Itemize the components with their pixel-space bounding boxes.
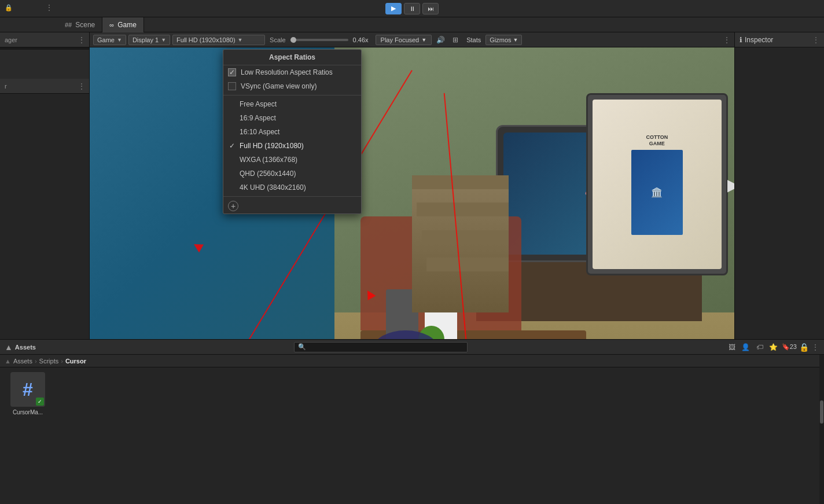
dropdown-item-169[interactable]: 16:9 Aspect [223, 111, 361, 125]
scale-value: 0.46x [353, 36, 373, 43]
bottom-toolbar-icons: 🖼 👤 🏷 ⭐ 🔖23 🔒 ⋮ [726, 341, 819, 353]
assets-content: # ✓ CursorMa... [0, 367, 824, 420]
search-area: 🔍 [36, 342, 726, 352]
vsync-label: VSync (Game view only) [241, 82, 317, 90]
tab-scene[interactable]: ## Scene [58, 17, 102, 32]
breadcrumb-sep-1: › [35, 358, 37, 365]
breadcrumb-root[interactable]: Assets [13, 358, 32, 365]
1610-aspect-label: 16:10 Aspect [240, 128, 279, 136]
game-dropdown-arrow: ▼ [117, 37, 122, 43]
tag-icon[interactable]: 🏷 [754, 341, 766, 353]
bottom-scrollbar[interactable] [819, 355, 824, 504]
scale-label: Scale [270, 36, 286, 43]
sidebar-header-1: ager ⋮ [0, 32, 89, 47]
dropdown-item-qhd[interactable]: QHD (2560x1440) [223, 167, 361, 181]
low-res-checkbox: ✓ [228, 68, 236, 76]
tab-scene-label: Scene [75, 21, 95, 29]
dropdown-item-wxga[interactable]: WXGA (1366x768) [223, 153, 361, 167]
gizmos-label: Gizmos [490, 36, 511, 43]
dropdown-item-vsync[interactable]: VSync (Game view only) [223, 79, 361, 93]
scrollbar-thumb [820, 400, 823, 424]
game-icon: ∞ [109, 21, 114, 28]
inspector-title: Inspector [745, 36, 773, 44]
inspector-icon: ℹ [740, 36, 742, 44]
people-icon[interactable]: 👤 [740, 341, 752, 353]
dropdown-header: Aspect Ratios [223, 50, 361, 65]
asset-badge-icon: ✓ [38, 399, 42, 404]
asset-hash-icon: # [23, 379, 33, 400]
sidebar-menu-icon-2[interactable]: ⋮ [78, 82, 86, 91]
qhd-label: QHD (2560x1440) [240, 170, 296, 178]
resolution-dropdown-label: Full HD (1920x1080) [176, 36, 236, 43]
asset-badge: ✓ [36, 398, 44, 406]
collapse-icon[interactable]: ▲ [5, 343, 13, 352]
dropdown-add-button[interactable]: + [223, 198, 361, 214]
breadcrumb-arrow: ▲ [5, 358, 11, 365]
breadcrumb: ▲ Assets › Scripts › Cursor [0, 355, 824, 367]
game-toolbar: Game ▼ Display 1 ▼ Full HD (1920x1080) ▼… [90, 32, 734, 47]
asset-label: CursorMa... [13, 409, 43, 415]
game-dropdown-label: Game [97, 36, 115, 43]
audio-button[interactable]: 🔊 [434, 35, 447, 45]
inspector-header: ℹ Inspector ⋮ [735, 32, 824, 47]
sidebar-label-1: ager [5, 36, 17, 43]
inspector-more-icon[interactable]: ⋮ [812, 36, 819, 44]
assets-panel-label: Assets [15, 344, 36, 351]
169-aspect-label: 16:9 Aspect [240, 114, 276, 122]
stats-button[interactable]: Stats [464, 36, 483, 43]
breadcrumb-sep-2: › [61, 358, 63, 365]
panel-more-icon[interactable]: ⋮ [811, 343, 819, 352]
tab-bar: 🔒 ⋮ ## Scene ∞ Game [0, 17, 824, 32]
sidebar-label-2: r [5, 83, 7, 90]
panel-lock-icon[interactable]: 🔒 [799, 343, 809, 352]
breadcrumb-current: Cursor [65, 358, 86, 365]
dropdown-divider-1 [223, 95, 361, 95]
aspect-ratio-dropdown: Aspect Ratios ✓ Low Resolution Aspect Ra… [223, 49, 362, 214]
free-aspect-label: Free Aspect [240, 100, 277, 108]
display-dropdown[interactable]: Display 1 ▼ [128, 35, 170, 45]
step-button[interactable]: ⏭ [422, 3, 439, 14]
playback-controls: ▶ ⏸ ⏭ [385, 3, 439, 14]
badge-count: 🔖23 [782, 343, 797, 351]
asset-icon-cursor: # ✓ [10, 372, 45, 407]
dropdown-item-1610[interactable]: 16:10 Aspect [223, 125, 361, 139]
grid-button[interactable]: ⊞ [449, 35, 462, 45]
dropdown-item-free-aspect[interactable]: Free Aspect [223, 97, 361, 111]
resolution-dropdown-arrow: ▼ [238, 37, 243, 43]
asset-item-cursor[interactable]: # ✓ CursorMa... [5, 372, 51, 415]
play-focused-arrow: ▼ [421, 37, 426, 43]
sidebar-menu-icon[interactable]: ⋮ [78, 35, 86, 45]
dropdown-item-low-res[interactable]: ✓ Low Resolution Aspect Ratios [223, 65, 361, 79]
wxga-label: WXGA (1366x768) [240, 156, 297, 164]
resolution-dropdown[interactable]: Full HD (1920x1080) ▼ [172, 35, 265, 45]
sidebar-header-2: r ⋮ [0, 79, 89, 94]
fullhd-label: Full HD (1920x1080) [240, 142, 304, 150]
display-dropdown-arrow: ▼ [161, 37, 166, 43]
pause-button[interactable]: ⏸ [404, 3, 420, 14]
bottom-toolbar: ▲ Assets 🔍 🖼 👤 🏷 ⭐ 🔖23 🔒 ⋮ [0, 340, 824, 355]
play-focused-button[interactable]: Play Focused ▼ [376, 35, 432, 45]
dropdown-item-4k[interactable]: 4K UHD (3840x2160) [223, 181, 361, 194]
4k-label: 4K UHD (3840x2160) [240, 183, 306, 192]
gizmos-button[interactable]: Gizmos ▼ [485, 35, 522, 45]
scale-slider[interactable] [290, 39, 348, 41]
display-dropdown-label: Display 1 [133, 36, 159, 43]
toolbar-more-icon[interactable]: ⋮ [723, 35, 731, 45]
search-input-container[interactable]: 🔍 [294, 342, 468, 352]
star-icon[interactable]: ⭐ [768, 341, 779, 353]
tab-game[interactable]: ∞ Game [102, 17, 144, 32]
play-button[interactable]: ▶ [385, 3, 402, 14]
fullhd-check: ✓ [229, 142, 235, 150]
tab-game-label: Game [117, 21, 137, 29]
gizmos-arrow: ▼ [513, 37, 518, 43]
dropdown-item-fullhd[interactable]: ✓ Full HD (1920x1080) [223, 139, 361, 153]
dropdown-divider-2 [223, 196, 361, 197]
bottom-panel: ▲ Assets 🔍 🖼 👤 🏷 ⭐ 🔖23 🔒 ⋮ ▲ Assets › Sc… [0, 339, 824, 504]
scale-slider-thumb [290, 37, 296, 43]
add-circle-icon: + [228, 201, 238, 211]
play-focused-label: Play Focused [381, 36, 420, 43]
game-dropdown[interactable]: Game ▼ [93, 35, 126, 45]
breadcrumb-scripts[interactable]: Scripts [39, 358, 59, 365]
image-icon[interactable]: 🖼 [726, 341, 738, 353]
top-toolbar: ▶ ⏸ ⏭ [0, 0, 824, 17]
